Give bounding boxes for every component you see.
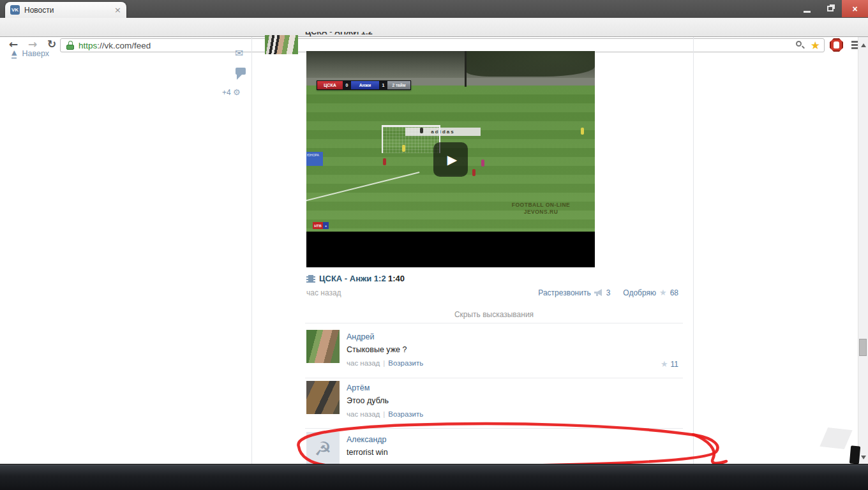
comment-meta: час назад|Возразить [347,410,423,418]
channel-badge-left: НТВ [313,222,323,229]
comment-time: час назад [347,410,380,418]
video-player-figure [472,169,475,176]
scoreboard-home-score: 0 [343,81,351,89]
comment-likes[interactable]: ★ 11 [661,359,678,369]
adblock-extension-icon[interactable] [830,38,843,52]
comment-text: Стыковые уже ? [347,345,407,354]
counter-label: +4 [222,88,231,97]
post-clipped-header: ЦСКА - АНЖИ 1:2 [305,32,445,38]
page-scrollbar[interactable] [858,37,868,466]
post-actions: Растрезвонить 3 Одобряю ★ 68 [538,288,678,297]
video-scoreboard: ЦСКА 0 Анжи 1 2 тайм [317,80,411,90]
video-goal [382,125,440,153]
window-close-button[interactable]: × [842,0,868,17]
scoreboard-period: 2 тайм [387,81,410,89]
reply-link[interactable]: Возразить [388,359,423,367]
video-player-figure [402,145,405,152]
vk-favicon: VK [10,5,20,15]
watermark-line2: JEVONS.RU [491,209,590,216]
scoreboard-away: Анжи [351,81,379,89]
video-duration: 1:40 [388,274,405,283]
tab-title: Новости [24,6,114,15]
post-author-avatar[interactable] [265,35,298,54]
scoreboard-home: ЦСКА [317,81,343,89]
video-ad-board-blue: ЮНОРА [306,152,323,166]
site-watermark-shape [819,427,852,449]
like-star-icon: ★ [659,288,667,297]
watermark-line1: FOOTBALL ON-LINE [491,202,590,209]
hide-comments-link[interactable]: Скрыть высказывания [305,310,683,319]
scrollbar-thumb[interactable] [859,339,867,356]
tv-channel-badge: НТВ + [313,222,329,229]
feed-right-separator [693,37,694,464]
reply-link[interactable]: Возразить [388,410,423,418]
film-strip-icon [306,275,315,283]
video-player-figure [383,158,386,165]
zoom-icon[interactable] [796,41,805,50]
window-restore-button[interactable] [819,0,842,17]
video-watermark: FOOTBALL ON-LINE JEVONS.RU [491,202,590,216]
comment-author-link[interactable]: Александр [347,435,387,444]
browser-tab-bar: VK Новости × × [0,0,868,18]
meta-separator: | [383,359,385,367]
bookmark-star-icon[interactable]: ★ [811,40,820,51]
url-path: ://vk.com/feed [97,41,151,50]
comment-avatar[interactable]: ☭ [306,432,340,465]
feed-left-separator [251,37,252,464]
comment-author-link[interactable]: Артём [347,383,370,392]
comment-star-icon: ★ [661,359,668,369]
video-player-figure [581,128,584,135]
divider [305,378,683,378]
url-scheme: https [79,41,97,50]
like-count[interactable]: 68 [670,288,678,297]
video-player-figure [420,128,423,133]
comment-avatar[interactable] [306,381,340,414]
gear-icon[interactable]: ⚙ [233,87,241,97]
scoreboard-away-score: 1 [379,81,387,89]
messages-envelope-icon[interactable]: ✉ [235,47,243,59]
window-minimize-button[interactable] [795,0,819,17]
video-title-link[interactable]: ЦСКА - Анжи 1:2 [319,274,386,283]
hand-icon [834,41,839,48]
notification-counter[interactable]: +4 ⚙ [222,87,241,97]
https-lock-icon[interactable] [66,41,74,50]
comment-text: terrorist win [347,448,388,457]
tab-close-icon[interactable]: × [114,6,121,14]
divider [305,428,683,429]
comment-author-link[interactable]: Андрей [347,332,374,341]
up-triangle-icon: ▲ [11,48,17,59]
hammer-sickle-icon: ☭ [315,438,332,460]
scroll-to-top-link[interactable]: ▲ Наверх [11,48,49,59]
comments-bubble-icon[interactable] [236,68,246,75]
minimize-icon [804,11,811,13]
video-floodlight-mast [465,51,467,87]
comment-text: Этоо дубль [347,396,389,405]
comment-time: час назад [347,359,380,367]
channel-badge-right: + [323,222,329,229]
scrollbar-down-arrow[interactable] [861,456,866,462]
comment-like-count: 11 [671,360,678,369]
url-text[interactable]: https://vk.com/feed [79,41,151,50]
post-time: час назад [306,288,341,297]
meta-separator: | [383,410,385,418]
comment-meta: час назад|Возразить [347,359,423,367]
taskbar: R ✓ ENG 19:51 08.0 [0,464,868,490]
address-bar[interactable]: https://vk.com/feed ★ [60,38,825,52]
megaphone-icon [594,289,603,296]
share-count[interactable]: 3 [606,288,611,297]
to-top-label: Наверх [22,49,49,58]
play-button[interactable]: ▶ [433,142,468,177]
divider [305,323,683,323]
video-player-figure [481,160,484,167]
like-link[interactable]: Одобряю [623,288,656,297]
video-trees [466,51,595,77]
screen: VK Новости × × ← → ↻ https://vk.com/feed… [0,0,868,490]
watermark-blob [849,445,860,464]
scrollbar-up-arrow[interactable] [861,41,866,47]
comment-avatar[interactable] [306,330,340,363]
video-player[interactable]: ЮНОРА adidas ЦСКА 0 Анжи 1 2 тайм НТВ + … [306,51,595,267]
browser-tab[interactable]: VK Новости × [5,2,126,18]
restore-icon [827,6,834,11]
share-link[interactable]: Растрезвонить [538,288,590,297]
